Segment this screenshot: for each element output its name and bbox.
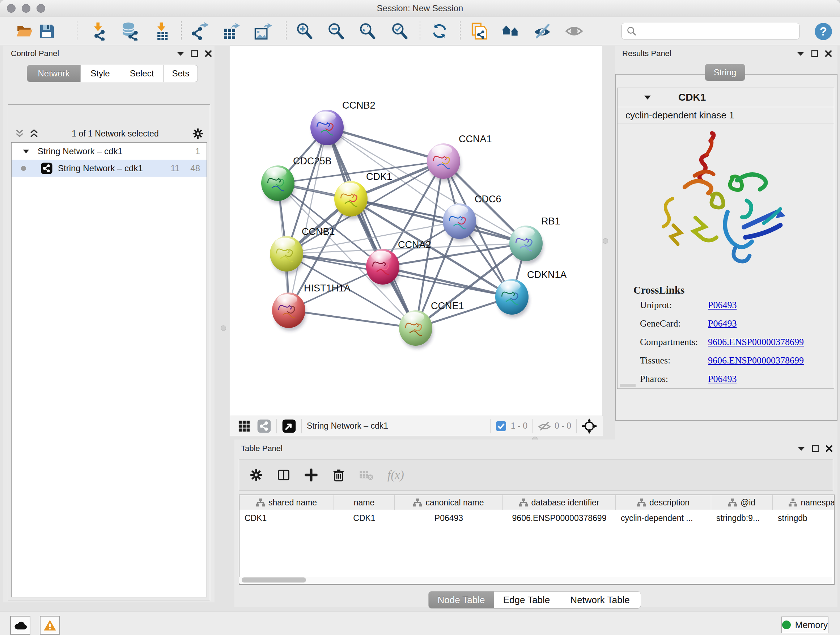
crosslink-tissues[interactable]: 9606.ENSP00000378699 (708, 355, 804, 366)
fit-content-crosshair-icon[interactable] (582, 418, 597, 434)
edge-count: 48 (190, 163, 200, 173)
network-node-cdkn1a[interactable]: CDKN1A (495, 269, 567, 318)
expand-all-icon[interactable] (29, 129, 39, 138)
open-session-button[interactable] (14, 21, 35, 42)
network-node-hist1h1a[interactable]: HIST1H1A (272, 283, 351, 331)
close-panel-icon[interactable] (825, 50, 832, 57)
cloud-status-button[interactable] (10, 616, 30, 635)
float-panel-icon[interactable] (811, 50, 818, 57)
tab-edge-table[interactable]: Edge Table (494, 591, 559, 608)
tab-node-table[interactable]: Node Table (428, 591, 494, 608)
network-label: String Network – cdk1 (58, 163, 143, 173)
import-network-database-button[interactable] (118, 21, 140, 42)
gear-icon[interactable] (192, 127, 204, 140)
float-panel-icon[interactable] (191, 50, 198, 57)
network-edge[interactable] (327, 127, 416, 328)
delete-column-trash-icon[interactable] (332, 468, 346, 482)
panel-resize-handle[interactable] (221, 325, 226, 331)
help-button[interactable]: ? (814, 22, 833, 42)
float-panel-icon[interactable] (812, 445, 819, 452)
table-row[interactable]: CDK1 CDK1 P06493 9606.ENSP00000378699 cy… (240, 510, 834, 526)
import-table-button[interactable] (151, 21, 172, 42)
warnings-button[interactable] (40, 616, 60, 635)
network-edge[interactable] (327, 127, 444, 161)
scrollbar-thumb[interactable] (242, 578, 306, 583)
close-panel-icon[interactable] (205, 50, 212, 57)
export-table-button[interactable] (221, 21, 242, 42)
panel-menu-icon[interactable] (177, 51, 185, 57)
network-collection-row[interactable]: String Network – cdk1 1 (11, 143, 207, 160)
zoom-selected-button[interactable] (389, 21, 410, 42)
birds-eye-view-icon[interactable] (282, 419, 296, 433)
cell-description[interactable]: cyclin-dependent ... (616, 513, 711, 523)
column-header[interactable]: description (616, 495, 711, 510)
network-node-ccne1[interactable]: CCNE1 (399, 301, 464, 348)
network-edge[interactable] (289, 310, 416, 328)
apply-layout-button[interactable] (429, 21, 450, 42)
cell-shared-name[interactable]: CDK1 (240, 513, 334, 523)
panel-resize-handle[interactable] (603, 238, 608, 244)
tab-style[interactable]: Style (81, 65, 120, 82)
cell-namespace[interactable]: stringdb (773, 513, 835, 523)
collapse-all-icon[interactable] (15, 129, 24, 138)
tab-sets[interactable]: Sets (164, 65, 198, 82)
column-header[interactable]: canonical name (395, 495, 503, 510)
network-node-rb1[interactable]: RB1 (509, 216, 561, 264)
column-header[interactable]: database identifier (503, 495, 616, 510)
crosslink-compartments[interactable]: 9606.ENSP00000378699 (708, 337, 804, 348)
export-network-button[interactable] (189, 21, 210, 42)
panel-menu-icon[interactable] (797, 446, 805, 451)
show-hidden-button[interactable] (564, 21, 584, 42)
column-header[interactable]: shared name (240, 495, 334, 510)
clone-network-button[interactable] (469, 21, 490, 42)
tab-network-table[interactable]: Network Table (559, 591, 641, 608)
tab-network[interactable]: Network (27, 65, 81, 82)
crosslink-genecard[interactable]: P06493 (708, 318, 737, 329)
network-node-ccnb2[interactable]: CCNB2 (310, 100, 376, 148)
tree-expander-icon[interactable] (22, 149, 30, 154)
search-input[interactable] (640, 24, 799, 38)
cell-name[interactable]: CDK1 (334, 513, 395, 523)
table-settings-gear-icon[interactable] (249, 468, 263, 482)
network-graph[interactable]: CCNB2CCNA1CDC25BCDK1CDC6RB1CCNB1CCNA2CDK… (230, 46, 602, 416)
cell-database-identifier[interactable]: 9606.ENSP00000378699 (503, 513, 616, 523)
memory-button[interactable]: Memory (782, 616, 829, 633)
column-header[interactable]: name (334, 495, 395, 510)
network-view-toolbar: String Network – cdk1 1 - 0 0 - 0 (230, 416, 603, 436)
panel-menu-icon[interactable] (797, 51, 805, 57)
zoom-out-button[interactable] (325, 21, 346, 42)
show-all-button[interactable] (500, 21, 521, 42)
close-panel-icon[interactable] (826, 445, 833, 452)
export-image-button[interactable] (252, 21, 273, 42)
cell-canonical-name[interactable]: P06493 (395, 513, 503, 523)
crosslink-pharos[interactable]: P06493 (708, 374, 737, 385)
crosslink-uniprot[interactable]: P06493 (708, 300, 737, 310)
collapse-section-icon[interactable] (644, 95, 652, 100)
add-column-plus-icon[interactable] (304, 468, 318, 482)
network-node-ccnb1[interactable]: CCNB1 (270, 226, 335, 274)
selected-checkbox-icon[interactable] (496, 421, 507, 432)
column-type-icon (637, 499, 646, 507)
column-header[interactable]: namespace (773, 495, 835, 510)
tab-string[interactable]: String (705, 64, 745, 81)
save-session-button[interactable] (36, 21, 57, 42)
hide-selected-button[interactable] (532, 21, 553, 42)
network-row-selected[interactable]: String Network – cdk1 11 48 (11, 160, 207, 177)
protein-header-row[interactable]: CDK1 (617, 88, 834, 107)
network-edge[interactable] (383, 267, 512, 297)
zoom-fit-button[interactable] (357, 21, 378, 42)
node-table: shared name name canonical name database… (239, 494, 835, 585)
column-header[interactable]: @id (711, 495, 773, 510)
tab-select[interactable]: Select (120, 65, 164, 82)
import-network-file-button[interactable] (88, 21, 109, 42)
network-node-cdc25b[interactable]: CDC25B (261, 156, 332, 204)
table-horizontal-scrollbar[interactable] (239, 577, 832, 583)
network-view-canvas[interactable]: CCNB2CCNA1CDC25BCDK1CDC6RB1CCNB1CCNA2CDK… (230, 46, 602, 416)
network-view-icon[interactable] (257, 419, 271, 433)
show-columns-icon[interactable] (277, 468, 291, 482)
network-node-ccna1[interactable]: CCNA1 (427, 134, 492, 182)
cell-id[interactable]: stringdb:9... (711, 513, 773, 523)
grid-view-icon[interactable] (238, 420, 250, 432)
scrollbar-stub[interactable] (620, 384, 636, 387)
zoom-in-button[interactable] (294, 21, 315, 42)
